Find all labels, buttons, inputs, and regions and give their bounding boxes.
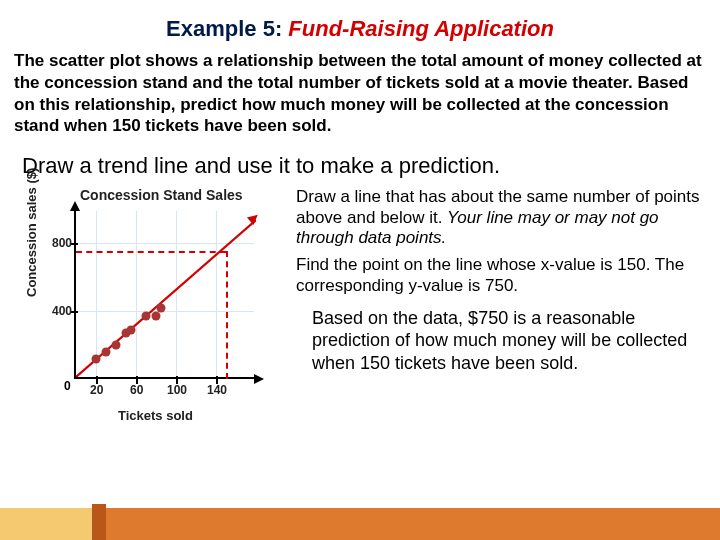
data-point bbox=[92, 355, 101, 364]
data-point bbox=[142, 312, 151, 321]
data-point bbox=[152, 312, 161, 321]
y-tick-label: 800 bbox=[52, 236, 72, 250]
x-tick-label: 60 bbox=[130, 383, 143, 397]
x-tick-label: 140 bbox=[207, 383, 227, 397]
example-title: Fund-Raising Application bbox=[288, 16, 554, 41]
data-point bbox=[102, 348, 111, 357]
origin-label: 0 bbox=[64, 379, 71, 393]
explanation-text: Draw a line that has about the same numb… bbox=[296, 187, 710, 417]
scatter-chart: Concession Stand Sales Concession sales … bbox=[30, 187, 282, 417]
problem-statement: The scatter plot shows a relationship be… bbox=[0, 48, 720, 147]
chart-title: Concession Stand Sales bbox=[80, 187, 243, 203]
footer-bar bbox=[0, 508, 720, 540]
step-2: Find the point on the line whose x-value… bbox=[296, 255, 702, 296]
x-tick-label: 100 bbox=[167, 383, 187, 397]
example-number: Example 5: bbox=[166, 16, 288, 41]
y-axis-label: Concession sales ($) bbox=[24, 168, 39, 297]
conclusion: Based on the data, $750 is a reasonable … bbox=[296, 307, 702, 375]
x-axis-label: Tickets sold bbox=[118, 408, 193, 423]
data-point bbox=[157, 304, 166, 313]
data-point bbox=[112, 341, 121, 350]
step-1: Draw a line that has about the same numb… bbox=[296, 187, 702, 249]
data-point bbox=[127, 326, 136, 335]
y-tick-label: 400 bbox=[52, 304, 72, 318]
instruction-line: Draw a trend line and use it to make a p… bbox=[0, 147, 720, 187]
x-tick-label: 20 bbox=[90, 383, 103, 397]
example-header: Example 5: Fund-Raising Application bbox=[0, 0, 720, 48]
